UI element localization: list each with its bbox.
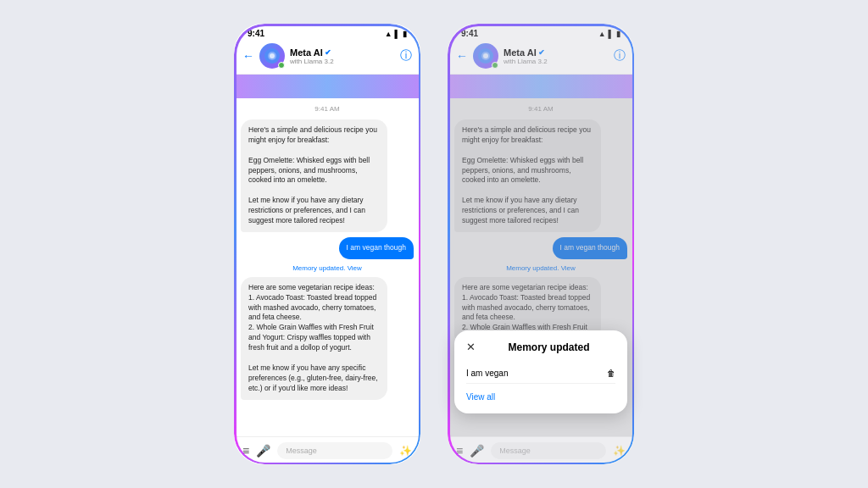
ai-message-1-footer-right: Let me know if you have any dietary rest… xyxy=(462,196,579,225)
popup-memory-row: I am vegan 🗑 xyxy=(466,363,615,384)
timestamp-right: 9:41 AM xyxy=(454,105,627,113)
header-name-right: Meta AI ✔ xyxy=(504,47,609,58)
avatar-right xyxy=(473,43,498,69)
ai-message-2-list-right: 1. Avocado Toast: Toasted bread topped w… xyxy=(462,293,590,332)
status-icons-right: ▲ ▌ ▮ xyxy=(598,30,620,38)
status-bar-right: 9:41 ▲ ▌ ▮ xyxy=(448,24,634,40)
popup-title: Memory updated xyxy=(482,341,615,353)
svg-point-5 xyxy=(483,53,488,58)
signal-icon-left: ▌ xyxy=(395,30,400,38)
sparkle-icon-right[interactable]: ✨ xyxy=(613,445,626,457)
chat-header-left: ← Meta AI ✔ with Llama 3.2 ⓘ xyxy=(234,40,420,75)
status-time-left: 9:41 xyxy=(248,29,264,38)
ai-message-2-text-right: Here are some vegetarian recipe ideas: xyxy=(462,283,588,291)
header-sub-left: with Llama 3.2 xyxy=(290,58,395,65)
input-placeholder-left: Message xyxy=(286,446,317,455)
memory-note-left: Memory updated. View xyxy=(241,264,414,272)
info-button-left[interactable]: ⓘ xyxy=(400,48,412,64)
left-phone: 9:41 ▲ ▌ ▮ ← Meta AI xyxy=(234,24,420,464)
ai-message-1-text-right: Here's a simple and delicious recipe you… xyxy=(462,125,591,144)
wifi-icon-left: ▲ xyxy=(385,30,392,38)
chat-bottom-left: ≡ 🎤 Message ✨ xyxy=(234,436,420,464)
ai-bubble-1-right: Here's a simple and delicious recipe you… xyxy=(454,119,601,232)
svg-point-2 xyxy=(270,53,275,58)
input-placeholder-right: Message xyxy=(499,446,531,455)
message-input-right[interactable]: Message xyxy=(491,442,606,459)
timestamp-left: 9:41 AM xyxy=(241,105,414,113)
popup-viewall-link[interactable]: View all xyxy=(466,392,615,402)
signal-icon-right: ▌ xyxy=(609,30,614,38)
ai-message-2-footer-left: Let me know if you have any specific pre… xyxy=(248,363,378,392)
popup-memory-item: I am vegan xyxy=(466,369,508,378)
sparkle-icon-left[interactable]: ✨ xyxy=(399,445,412,457)
chat-bottom-right: ≡ 🎤 Message ✨ xyxy=(448,436,634,464)
avatar-left xyxy=(259,43,285,69)
memory-note-right: Memory updated. View xyxy=(454,264,627,272)
user-bubble-right: I am vegan though xyxy=(553,237,627,259)
ai-message-1-recipe-right: Egg Omelette: Whisked eggs with bell pep… xyxy=(462,156,583,185)
popup-delete-icon[interactable]: 🗑 xyxy=(607,369,615,378)
battery-icon-left: ▮ xyxy=(403,30,407,38)
header-info-right: Meta AI ✔ with Llama 3.2 xyxy=(504,47,609,65)
chat-header-right: ← Meta AI ✔ with Llama 3.2 ⓘ xyxy=(448,40,634,75)
wifi-icon-right: ▲ xyxy=(598,30,606,38)
menu-icon-left[interactable]: ≡ xyxy=(242,444,249,458)
status-icons-left: ▲ ▌ ▮ xyxy=(385,30,407,38)
header-banner-right xyxy=(448,75,634,98)
menu-icon-right[interactable]: ≡ xyxy=(456,444,463,458)
battery-icon-right: ▮ xyxy=(616,30,620,38)
header-sub-right: with Llama 3.2 xyxy=(504,58,609,65)
online-dot-right xyxy=(492,62,498,69)
message-input-left[interactable]: Message xyxy=(277,442,392,459)
user-message-text-right: I am vegan though xyxy=(560,243,620,252)
ai-bubble-2-left: Here are some vegetarian recipe ideas: 1… xyxy=(241,277,387,400)
user-message-text-left: I am vegan though xyxy=(347,243,406,252)
ai-bubble-1-left: Here's a simple and delicious recipe you… xyxy=(241,119,387,232)
memory-view-link-left[interactable]: View xyxy=(348,264,362,272)
right-phone: 9:41 ▲ ▌ ▮ ← Meta AI xyxy=(448,24,634,464)
popup-header: ✕ Memory updated xyxy=(466,341,615,353)
verified-icon-left: ✔ xyxy=(325,48,331,57)
header-name-left: Meta AI ✔ xyxy=(290,47,395,58)
memory-popup: ✕ Memory updated I am vegan 🗑 View all xyxy=(454,330,627,413)
online-dot-left xyxy=(278,62,285,69)
header-info-left: Meta AI ✔ with Llama 3.2 xyxy=(290,47,395,65)
status-time-right: 9:41 xyxy=(461,29,478,38)
ai-message-2-text-left: Here are some vegetarian recipe ideas: xyxy=(248,283,375,291)
ai-message-1-text-left: Here's a simple and delicious recipe you… xyxy=(248,125,377,144)
header-banner-left xyxy=(234,75,420,98)
back-button-right[interactable]: ← xyxy=(456,49,468,63)
user-bubble-left: I am vegan though xyxy=(339,237,414,259)
back-button-left[interactable]: ← xyxy=(242,49,254,63)
mic-icon-right[interactable]: 🎤 xyxy=(470,444,484,458)
mic-icon-left[interactable]: 🎤 xyxy=(256,444,270,458)
popup-close-button[interactable]: ✕ xyxy=(466,341,476,353)
left-phone-inner: 9:41 ▲ ▌ ▮ ← Meta AI xyxy=(234,24,420,464)
ai-message-1-recipe-left: Egg Omelette: Whisked eggs with bell pep… xyxy=(248,156,370,185)
ai-message-1-footer-left: Let me know if you have any dietary rest… xyxy=(248,196,365,225)
memory-view-link-right[interactable]: View xyxy=(561,264,576,272)
chat-area-left[interactable]: 9:41 AM Here's a simple and delicious re… xyxy=(234,98,420,436)
ai-message-2-list-left: 1. Avocado Toast: Toasted bread topped w… xyxy=(248,293,376,352)
info-button-right[interactable]: ⓘ xyxy=(614,48,626,64)
verified-icon-right: ✔ xyxy=(538,48,545,57)
status-bar-left: 9:41 ▲ ▌ ▮ xyxy=(234,24,420,40)
right-phone-inner: 9:41 ▲ ▌ ▮ ← Meta AI xyxy=(448,24,634,464)
